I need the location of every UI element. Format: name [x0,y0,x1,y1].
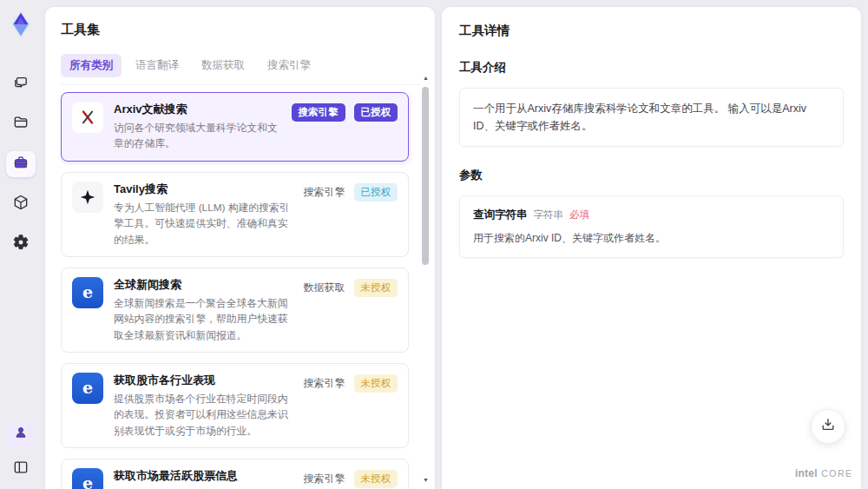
param-name: 查询字符串 [473,208,528,222]
tool-card-title: 获取市场最活跃股票信息 [114,468,293,484]
sidebar-nav [6,71,36,257]
list-scrollbar[interactable]: ▲ ▼ [421,75,431,484]
params-heading: 参数 [459,168,844,183]
tool-card-description: 访问各个研究领域大量科学论文和文章的存储库。 [114,120,281,152]
auth-status-badge: 已授权 [354,103,398,122]
tab-search-engine[interactable]: 搜索引擎 [259,54,319,77]
intel-core-logo: intel CORE [795,465,851,480]
tavily-star-icon [72,182,103,213]
blue-e-logo-icon: e [72,373,103,404]
sidebar-item-chat[interactable] [6,71,36,97]
app-logo-icon[interactable] [5,9,36,40]
tool-card-description: 提供股票市场各个行业在特定时间段内的表现。投资者可以利用这些信息来识别表现优于或… [114,391,293,439]
tab-language-translation[interactable]: 语言翻译 [127,54,187,77]
tool-card-title: Arxiv文献搜索 [114,102,281,117]
category-label: 数据获取 [304,281,345,295]
core-word: CORE [821,468,852,479]
tool-card-arxiv[interactable]: Arxiv文献搜索 访问各个研究领域大量科学论文和文章的存储库。 搜索引擎 已授… [61,92,409,162]
param-required-label: 必填 [569,208,589,221]
cube-icon [12,194,30,215]
sidebar-item-settings[interactable] [6,231,36,257]
param-description: 用于搜索的Arxiv ID、关键字或作者姓名。 [473,230,830,246]
main-area: 工具集 所有类别 语言翻译 数据获取 搜索引擎 Arxiv文献搜索 访问各个研究… [42,0,868,489]
tool-list-panel: 工具集 所有类别 语言翻译 数据获取 搜索引擎 Arxiv文献搜索 访问各个研究… [45,7,435,489]
sidebar-item-models[interactable] [6,191,36,217]
category-tabs: 所有类别 语言翻译 数据获取 搜索引擎 [61,54,419,85]
tool-card-global-news[interactable]: e 全球新闻搜索 全球新闻搜索是一个聚合全球各大新闻网站内容的搜索引擎，帮助用户… [61,268,409,353]
sidebar-item-user[interactable] [6,421,36,447]
chat-icon [12,74,30,95]
tool-card-title: 全球新闻搜索 [114,277,293,293]
tool-detail-panel: 工具详情 工具介绍 一个用于从Arxiv存储库搜索科学论文和文章的工具。 输入可… [442,7,861,489]
app-sidebar [0,0,42,489]
tool-card-list: Arxiv文献搜索 访问各个研究领域大量科学论文和文章的存储库。 搜索引擎 已授… [61,92,419,489]
category-label: 搜索引擎 [304,185,345,200]
detail-title: 工具详情 [459,23,844,39]
tool-card-title: 获取股市各行业表现 [114,373,293,388]
folder-icon [12,114,30,135]
scrollbar-thumb[interactable] [422,87,429,265]
tool-card-description: 专为人工智能代理 (LLM) 构建的搜索引擎工具。可快速提供实时、准确和真实的结… [114,200,293,248]
category-label: 搜索引擎 [304,472,345,486]
tool-intro-text: 一个用于从Arxiv存储库搜索科学论文和文章的工具。 输入可以是Arxiv ID… [473,100,830,135]
tool-card-tavily[interactable]: Tavily搜索 专为人工智能代理 (LLM) 构建的搜索引擎工具。可快速提供实… [61,172,409,257]
tab-all-categories[interactable]: 所有类别 [61,54,122,77]
category-label: 搜索引擎 [304,376,345,391]
tab-data-fetch[interactable]: 数据获取 [193,54,253,77]
blue-e-logo-icon: e [72,277,103,308]
toolbox-icon [12,154,30,175]
scroll-up-arrow[interactable]: ▲ [421,75,431,82]
parameter-box: 查询字符串 字符串 必填 用于搜索的Arxiv ID、关键字或作者姓名。 [459,195,844,258]
intro-heading: 工具介绍 [459,60,844,76]
tool-card-sector-performance[interactable]: e 获取股市各行业表现 提供股票市场各个行业在特定时间段内的表现。投资者可以利用… [61,363,409,448]
download-button[interactable] [811,409,845,444]
panel-toggle-icon [12,459,30,479]
tool-intro-box: 一个用于从Arxiv存储库搜索科学论文和文章的工具。 输入可以是Arxiv ID… [459,88,844,147]
auth-status-badge: 未授权 [354,279,398,297]
scroll-down-arrow[interactable]: ▼ [421,477,431,484]
gear-icon [12,234,30,254]
auth-status-badge: 未授权 [354,470,398,488]
auth-status-badge: 未授权 [354,374,398,393]
download-icon [819,416,837,437]
intel-word: intel [795,467,818,479]
sidebar-bottom [6,421,36,482]
category-badge: 搜索引擎 [292,103,345,122]
tool-card-title: Tavily搜索 [114,182,293,197]
arxiv-logo-icon [72,102,103,133]
sidebar-item-files[interactable] [6,111,36,137]
param-type: 字符串 [534,208,564,221]
sidebar-item-panel-toggle[interactable] [6,456,36,482]
sidebar-item-tools[interactable] [6,151,36,177]
auth-status-badge: 已授权 [354,183,398,202]
tool-card-active-stocks[interactable]: e 获取市场最活跃股票信息 提供当天交易量最高的股票列表，投资者可以利用这些信息… [61,459,409,489]
tool-card-description: 全球新闻搜索是一个聚合全球各大新闻网站内容的搜索引擎，帮助用户快速获取全球最新资… [114,295,293,343]
user-icon [13,425,29,444]
page-title: 工具集 [61,22,419,38]
blue-e-logo-icon: e [72,468,103,489]
